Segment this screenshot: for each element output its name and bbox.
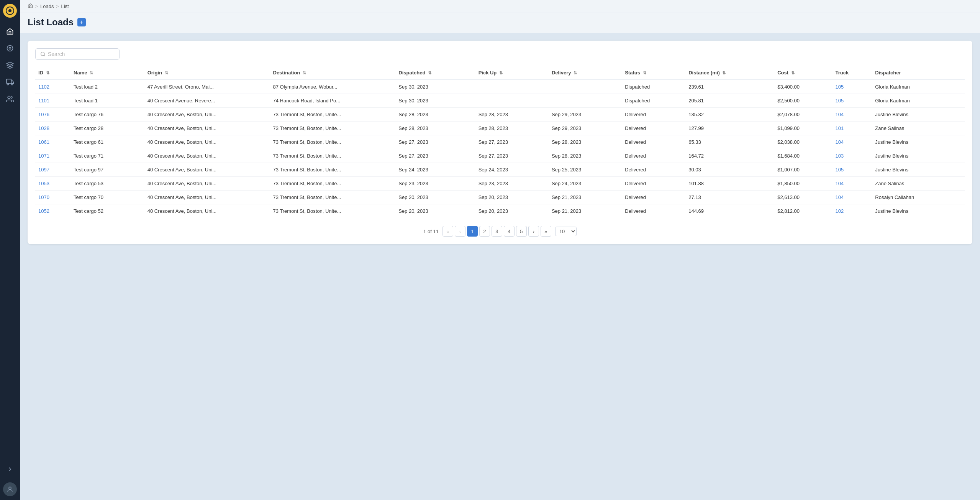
table-row: 1097 Test cargo 97 40 Crescent Ave, Bost… — [35, 163, 965, 177]
cell-truck: 104 — [833, 108, 872, 122]
col-dispatched[interactable]: Dispatched ⇅ — [395, 66, 475, 80]
table-row: 1101 Test load 1 40 Crescent Avenue, Rev… — [35, 94, 965, 108]
cell-dispatcher: Justine Blevins — [872, 163, 965, 177]
cell-status: Delivered — [622, 122, 685, 135]
truck-link[interactable]: 104 — [836, 139, 844, 145]
cell-pickup: Sep 20, 2023 — [475, 191, 549, 204]
col-distance[interactable]: Distance (mi) ⇅ — [685, 66, 774, 80]
cell-delivery: Sep 29, 2023 — [549, 122, 622, 135]
cell-destination: 73 Tremont St, Boston, Unite... — [270, 191, 396, 204]
svg-point-9 — [41, 52, 44, 56]
col-id[interactable]: ID ⇅ — [35, 66, 70, 80]
home-icon[interactable] — [3, 25, 17, 38]
cell-delivery — [549, 80, 622, 94]
cell-destination: 87 Olympia Avenue, Wobur... — [270, 80, 396, 94]
breadcrumb-home-icon[interactable] — [28, 3, 33, 10]
col-dispatcher[interactable]: Dispatcher — [872, 66, 965, 80]
load-id-link[interactable]: 1071 — [38, 153, 49, 159]
expand-icon[interactable] — [3, 462, 17, 476]
cell-name: Test cargo 52 — [70, 204, 144, 218]
load-id-link[interactable]: 1101 — [38, 98, 49, 104]
dashboard-icon[interactable] — [3, 41, 17, 55]
page-3-button[interactable]: 3 — [492, 226, 502, 237]
logo[interactable] — [3, 4, 17, 18]
cell-delivery: Sep 21, 2023 — [549, 191, 622, 204]
truck-link[interactable]: 102 — [836, 208, 844, 214]
page-title: List Loads — [28, 17, 74, 28]
col-name[interactable]: Name ⇅ — [70, 66, 144, 80]
table-header: ID ⇅ Name ⇅ Origin ⇅ Destination ⇅ Dispa… — [35, 66, 965, 80]
svg-point-2 — [7, 46, 13, 51]
page-2-button[interactable]: 2 — [479, 226, 490, 237]
svg-line-10 — [44, 55, 45, 56]
cell-name: Test cargo 53 — [70, 177, 144, 191]
user-avatar[interactable] — [3, 482, 17, 496]
sort-dispatched-icon: ⇅ — [428, 71, 431, 76]
cell-distance: 205.81 — [685, 94, 774, 108]
truck-link[interactable]: 105 — [836, 167, 844, 173]
cell-dispatcher: Gloria Kaufman — [872, 94, 965, 108]
per-page-select[interactable]: 10 25 50 100 — [555, 227, 577, 236]
cell-dispatched: Sep 27, 2023 — [395, 149, 475, 163]
col-destination[interactable]: Destination ⇅ — [270, 66, 396, 80]
cell-pickup: Sep 28, 2023 — [475, 122, 549, 135]
sort-pickup-icon: ⇅ — [499, 71, 503, 76]
cell-cost: $3,400.00 — [774, 80, 832, 94]
load-id-link[interactable]: 1053 — [38, 181, 49, 186]
sort-distance-icon: ⇅ — [722, 71, 726, 76]
breadcrumb-loads[interactable]: Loads — [40, 3, 54, 9]
truck-icon[interactable] — [3, 75, 17, 89]
cell-distance: 30.03 — [685, 163, 774, 177]
layers-icon[interactable] — [3, 58, 17, 72]
cell-dispatcher: Justine Blevins — [872, 149, 965, 163]
truck-link[interactable]: 104 — [836, 181, 844, 186]
svg-point-5 — [7, 83, 9, 85]
truck-link[interactable]: 101 — [836, 125, 844, 131]
cell-origin: 40 Crescent Avenue, Revere... — [144, 94, 270, 108]
cell-status: Dispatched — [622, 80, 685, 94]
cell-status: Delivered — [622, 108, 685, 122]
table-row: 1053 Test cargo 53 40 Crescent Ave, Bost… — [35, 177, 965, 191]
last-page-button[interactable]: » — [541, 226, 551, 237]
search-icon — [40, 51, 46, 57]
cell-destination: 73 Tremont St, Boston, Unite... — [270, 122, 396, 135]
load-id-link[interactable]: 1102 — [38, 84, 49, 90]
load-id-link[interactable]: 1097 — [38, 167, 49, 173]
load-id-link[interactable]: 1028 — [38, 125, 49, 131]
cell-dispatched: Sep 28, 2023 — [395, 108, 475, 122]
truck-link[interactable]: 105 — [836, 98, 844, 104]
load-id-link[interactable]: 1076 — [38, 112, 49, 117]
table-header-row: ID ⇅ Name ⇅ Origin ⇅ Destination ⇅ Dispa… — [35, 66, 965, 80]
cell-destination: 73 Tremont St, Boston, Unite... — [270, 149, 396, 163]
add-load-button[interactable]: + — [77, 18, 86, 26]
truck-link[interactable]: 105 — [836, 84, 844, 90]
sidebar — [0, 0, 20, 500]
prev-page-button[interactable]: ‹ — [455, 226, 465, 237]
table-row: 1076 Test cargo 76 40 Crescent Ave, Bost… — [35, 108, 965, 122]
truck-link[interactable]: 104 — [836, 194, 844, 200]
cell-cost: $1,007.00 — [774, 163, 832, 177]
col-cost[interactable]: Cost ⇅ — [774, 66, 832, 80]
next-page-button[interactable]: › — [528, 226, 539, 237]
cell-cost: $2,038.00 — [774, 135, 832, 149]
col-delivery[interactable]: Delivery ⇅ — [549, 66, 622, 80]
page-5-button[interactable]: 5 — [516, 226, 527, 237]
col-origin[interactable]: Origin ⇅ — [144, 66, 270, 80]
users-icon[interactable] — [3, 92, 17, 106]
load-id-link[interactable]: 1070 — [38, 194, 49, 200]
truck-link[interactable]: 104 — [836, 112, 844, 117]
load-id-link[interactable]: 1052 — [38, 208, 49, 214]
page-1-button[interactable]: 1 — [467, 226, 478, 237]
cell-truck: 102 — [833, 204, 872, 218]
page-4-button[interactable]: 4 — [504, 226, 515, 237]
first-page-button[interactable]: « — [442, 226, 453, 237]
svg-point-1 — [8, 9, 11, 12]
main-content: > Loads > List List Loads + ID ⇅ N — [20, 0, 980, 500]
col-status[interactable]: Status ⇅ — [622, 66, 685, 80]
truck-link[interactable]: 103 — [836, 153, 844, 159]
search-input[interactable] — [48, 51, 115, 57]
load-id-link[interactable]: 1061 — [38, 139, 49, 145]
col-pickup[interactable]: Pick Up ⇅ — [475, 66, 549, 80]
col-truck[interactable]: Truck — [833, 66, 872, 80]
cell-cost: $2,812.00 — [774, 204, 832, 218]
